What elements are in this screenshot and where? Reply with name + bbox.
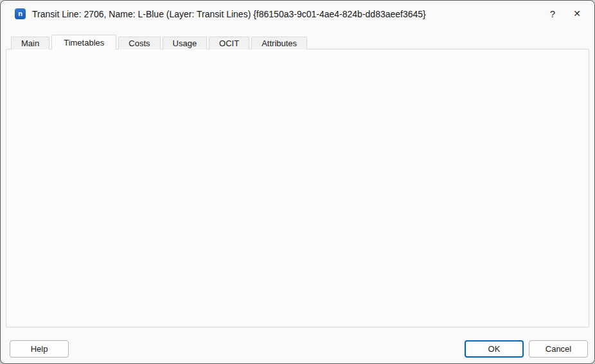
tab-timetables[interactable]: Timetables bbox=[51, 35, 116, 49]
tab-main[interactable]: Main bbox=[11, 37, 49, 49]
timetables-pane bbox=[6, 49, 589, 327]
help-button[interactable]: Help bbox=[10, 340, 69, 358]
tab-ocit[interactable]: OCIT bbox=[209, 37, 249, 49]
window-title: Transit Line: 2706, Name: L-Blue (Layer:… bbox=[32, 9, 426, 19]
tab-usage[interactable]: Usage bbox=[163, 37, 208, 49]
tab-bar: Main Timetables Costs Usage OCIT Attribu… bbox=[11, 35, 309, 49]
tab-costs[interactable]: Costs bbox=[118, 37, 160, 49]
window-close-button[interactable]: ✕ bbox=[567, 4, 587, 22]
window-help-button[interactable]: ? bbox=[542, 4, 563, 22]
title-bar: n Transit Line: 2706, Name: L-Blue (Laye… bbox=[1, 1, 594, 28]
cancel-button[interactable]: Cancel bbox=[529, 340, 588, 358]
tab-attributes[interactable]: Attributes bbox=[251, 37, 307, 49]
app-icon: n bbox=[15, 8, 26, 19]
transit-line-dialog: n Transit Line: 2706, Name: L-Blue (Laye… bbox=[0, 0, 595, 364]
ok-button[interactable]: OK bbox=[465, 340, 524, 358]
